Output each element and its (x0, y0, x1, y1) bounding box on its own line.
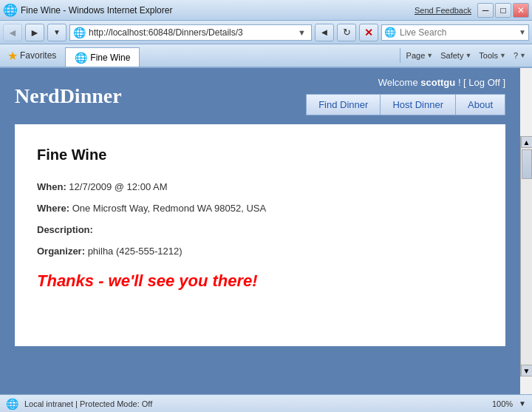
nav-dropdown-button[interactable]: ▼ (47, 24, 66, 41)
page-dropdown-icon: ▼ (426, 52, 433, 59)
window-title: Fine Wine - Windows Internet Explorer (21, 5, 415, 16)
send-feedback-link[interactable]: Send Feedback (415, 6, 471, 15)
search-box[interactable]: 🌐 ▼ (381, 24, 529, 41)
description-detail: Description: (37, 224, 483, 235)
status-bar: 🌐 Local intranet | Protected Mode: Off 1… (0, 394, 532, 412)
when-label: When: (37, 181, 66, 192)
go-back-button[interactable]: ◄ (315, 24, 334, 41)
help-label: ? (514, 51, 518, 60)
site-header: NerdDinner Welcome scottgu ! [ Log Off ]… (0, 68, 520, 124)
tab-bar: 🌐 Fine Wine (62, 44, 396, 67)
log-off-link[interactable]: Log Off (468, 77, 499, 88)
description-label: Description: (37, 224, 93, 235)
browser-window: 🌐 Fine Wine - Windows Internet Explorer … (0, 0, 532, 412)
star-icon: ★ (7, 49, 18, 63)
tools-label: Tools (479, 51, 498, 60)
help-button[interactable]: ? ▼ (511, 50, 529, 61)
scroll-up-button[interactable]: ▲ (521, 136, 533, 148)
favorites-label: Favorites (20, 50, 56, 61)
stop-button[interactable]: ✕ (359, 24, 378, 41)
username: scottgu (420, 77, 455, 88)
where-value: One Microsft Way, Redmond WA 98052, USA (72, 203, 267, 214)
refresh-button[interactable]: ↻ (337, 24, 356, 41)
toolbar-right: Page ▼ Safety ▼ Tools ▼ ? ▼ (403, 50, 529, 61)
page-button[interactable]: Page ▼ (403, 50, 437, 61)
help-dropdown-icon: ▼ (519, 52, 526, 59)
about-button[interactable]: About (455, 94, 505, 115)
tab-label: Fine Wine (90, 53, 130, 63)
address-text: http://localhost:60848/Dinners/Details/3 (89, 27, 296, 38)
address-ie-icon: 🌐 (73, 27, 86, 38)
page-label: Page (406, 51, 426, 60)
favorites-button[interactable]: ★ Favorites (3, 47, 61, 64)
welcome-text: Welcome (378, 77, 418, 88)
globe-status-icon: 🌐 (6, 398, 18, 410)
vertical-scrollbar[interactable]: ▲ ▼ (520, 136, 532, 376)
minimize-button[interactable]: ─ (477, 3, 494, 18)
toolbar-separator (400, 48, 400, 63)
when-detail: When: 12/7/2009 @ 12:00 AM (37, 181, 483, 192)
fine-wine-tab[interactable]: 🌐 Fine Wine (65, 47, 140, 67)
close-button[interactable]: ✕ (513, 3, 529, 18)
tools-button[interactable]: Tools ▼ (476, 50, 509, 61)
safety-button[interactable]: Safety ▼ (437, 50, 474, 61)
when-value: 12/7/2009 @ 12:00 AM (69, 181, 167, 192)
tools-dropdown-icon: ▼ (499, 52, 506, 59)
title-bar: 🌐 Fine Wine - Windows Internet Explorer … (0, 0, 532, 21)
where-label: Where: (37, 203, 69, 214)
dinner-title: Fine Wine (37, 146, 483, 163)
find-dinner-button[interactable]: Find Dinner (306, 94, 381, 115)
welcome-message: Welcome scottgu ! [ Log Off ] (378, 77, 505, 88)
organizer-value: philha (425-555-1212) (88, 246, 183, 257)
status-text: Local intranet | Protected Mode: Off (24, 399, 486, 408)
safety-dropdown-icon: ▼ (465, 52, 471, 59)
thanks-message: Thanks - we'll see you there! (37, 271, 483, 291)
scroll-down-button[interactable]: ▼ (521, 365, 533, 376)
web-content: NerdDinner Welcome scottgu ! [ Log Off ]… (0, 68, 520, 394)
search-input[interactable] (398, 27, 516, 38)
address-bar[interactable]: 🌐 http://localhost:60848/Dinners/Details… (69, 24, 312, 41)
status-right: 100% ▼ (492, 399, 526, 408)
safety-label: Safety (440, 51, 463, 60)
toolbar: ★ Favorites 🌐 Fine Wine Page ▼ Safety ▼ … (0, 44, 532, 68)
tab-icon: 🌐 (75, 52, 87, 64)
browser-body: ▲ ▼ NerdDinner Welcome scottgu ! [ Log O… (0, 68, 532, 394)
navigation-bar: ◄ ► ▼ 🌐 http://localhost:60848/Dinners/D… (0, 21, 532, 44)
address-dropdown-arrow[interactable]: ▼ (298, 28, 306, 37)
browser-logo-icon: 🌐 (3, 3, 18, 17)
main-content: Fine Wine When: 12/7/2009 @ 12:00 AM Whe… (0, 124, 520, 361)
site-header-right: Welcome scottgu ! [ Log Off ] Find Dinne… (306, 77, 505, 115)
where-detail: Where: One Microsft Way, Redmond WA 9805… (37, 203, 483, 214)
search-dropdown-arrow[interactable]: ▼ (516, 28, 528, 36)
zoom-dropdown-icon[interactable]: ▼ (519, 399, 526, 408)
site-title: NerdDinner (15, 84, 122, 108)
forward-button[interactable]: ► (25, 24, 44, 41)
back-button[interactable]: ◄ (3, 24, 22, 41)
organizer-label: Organizer: (37, 246, 85, 257)
content-box: Fine Wine When: 12/7/2009 @ 12:00 AM Whe… (15, 124, 505, 346)
scroll-thumb[interactable] (522, 149, 532, 179)
zoom-level: 100% (492, 399, 513, 408)
organizer-detail: Organizer: philha (425-555-1212) (37, 246, 483, 257)
ie-search-icon: 🌐 (382, 27, 398, 38)
restore-button[interactable]: □ (495, 3, 511, 18)
host-dinner-button[interactable]: Host Dinner (381, 94, 455, 115)
site-nav-buttons: Find Dinner Host Dinner About (306, 94, 505, 115)
